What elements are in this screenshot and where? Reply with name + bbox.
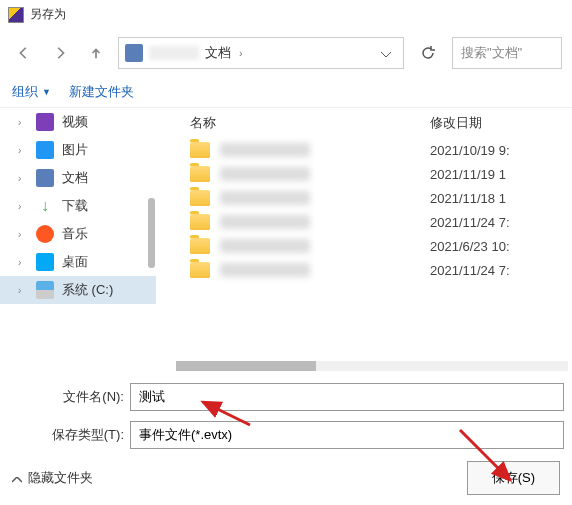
refresh-button[interactable] <box>412 37 444 69</box>
download-icon: ↓ <box>36 197 54 215</box>
forward-button[interactable] <box>46 39 74 67</box>
chevron-right-icon[interactable]: › <box>18 285 28 296</box>
file-list: 名称 修改日期 2021/10/19 9: 2021/11/19 1 2021/… <box>156 108 572 373</box>
file-row[interactable]: 2021/11/18 1 <box>156 186 572 210</box>
music-icon <box>36 225 54 243</box>
bottom-bar: 隐藏文件夹 保存(S) <box>0 451 572 505</box>
folder-icon <box>190 166 210 182</box>
chevron-right-icon[interactable]: › <box>239 47 243 59</box>
sidebar-item-music[interactable]: › 音乐 <box>0 220 156 248</box>
breadcrumb-dropdown[interactable] <box>375 44 397 62</box>
navbar: 文档 › 搜索"文档" <box>0 29 572 77</box>
search-input[interactable]: 搜索"文档" <box>452 37 562 69</box>
hide-folders-toggle[interactable]: 隐藏文件夹 <box>12 469 93 487</box>
save-form: 文件名(N): 保存类型(T): 事件文件(*.evtx) <box>0 373 572 449</box>
sidebar-item-video[interactable]: › 视频 <box>0 108 156 136</box>
caret-down-icon: ▼ <box>42 87 51 97</box>
back-button[interactable] <box>10 39 38 67</box>
breadcrumb-segment <box>149 46 199 60</box>
sidebar-label: 视频 <box>62 113 88 131</box>
window-title: 另存为 <box>30 6 66 23</box>
folder-icon <box>190 262 210 278</box>
sidebar-item-documents[interactable]: › 文档 <box>0 164 156 192</box>
main-area: › 视频 › 图片 › 文档 › ↓ 下载 › 音乐 › 桌面 <box>0 108 572 373</box>
sidebar-item-desktop[interactable]: › 桌面 <box>0 248 156 276</box>
sidebar-item-pictures[interactable]: › 图片 <box>0 136 156 164</box>
video-icon <box>36 113 54 131</box>
app-icon <box>8 7 24 23</box>
up-button[interactable] <box>82 39 110 67</box>
filetype-select[interactable]: 事件文件(*.evtx) <box>130 421 564 449</box>
sidebar-item-downloads[interactable]: › ↓ 下载 <box>0 192 156 220</box>
chevron-right-icon[interactable]: › <box>18 117 28 128</box>
file-list-header: 名称 修改日期 <box>156 108 572 138</box>
chevron-up-icon <box>12 471 22 486</box>
col-date[interactable]: 修改日期 <box>430 114 482 132</box>
sidebar-label: 桌面 <box>62 253 88 271</box>
chevron-right-icon[interactable]: › <box>18 257 28 268</box>
breadcrumb-current[interactable]: 文档 <box>205 44 231 62</box>
file-list-hscroll[interactable] <box>176 361 568 371</box>
chevron-right-icon[interactable]: › <box>18 173 28 184</box>
scrollbar-thumb[interactable] <box>176 361 316 371</box>
file-row[interactable]: 2021/6/23 10: <box>156 234 572 258</box>
sidebar-scrollbar[interactable] <box>148 198 155 268</box>
desktop-icon <box>36 253 54 271</box>
filename-label: 文件名(N): <box>38 388 124 406</box>
search-placeholder: 搜索"文档" <box>461 44 522 62</box>
location-icon <box>125 44 143 62</box>
folder-icon <box>190 190 210 206</box>
chevron-right-icon[interactable]: › <box>18 229 28 240</box>
chevron-right-icon[interactable]: › <box>18 201 28 212</box>
pictures-icon <box>36 141 54 159</box>
titlebar: 另存为 <box>0 0 572 29</box>
file-row[interactable]: 2021/11/24 7: <box>156 258 572 282</box>
folder-icon <box>190 142 210 158</box>
col-name[interactable]: 名称 <box>190 114 430 132</box>
file-row[interactable]: 2021/11/19 1 <box>156 162 572 186</box>
filetype-label: 保存类型(T): <box>38 426 124 444</box>
sidebar-label: 系统 (C:) <box>62 281 113 299</box>
folder-icon <box>190 214 210 230</box>
organize-menu[interactable]: 组织 ▼ <box>12 83 51 101</box>
breadcrumb[interactable]: 文档 › <box>118 37 404 69</box>
sidebar-item-drive-c[interactable]: › 系统 (C:) <box>0 276 156 304</box>
save-button[interactable]: 保存(S) <box>467 461 560 495</box>
sidebar-label: 下载 <box>62 197 88 215</box>
documents-icon <box>36 169 54 187</box>
chevron-right-icon[interactable]: › <box>18 145 28 156</box>
file-row[interactable]: 2021/11/24 7: <box>156 210 572 234</box>
file-row[interactable]: 2021/10/19 9: <box>156 138 572 162</box>
folder-icon <box>190 238 210 254</box>
sidebar: › 视频 › 图片 › 文档 › ↓ 下载 › 音乐 › 桌面 <box>0 108 156 373</box>
filename-input[interactable] <box>130 383 564 411</box>
toolbar: 组织 ▼ 新建文件夹 <box>0 77 572 108</box>
sidebar-label: 图片 <box>62 141 88 159</box>
new-folder-button[interactable]: 新建文件夹 <box>69 83 134 101</box>
sidebar-label: 文档 <box>62 169 88 187</box>
drive-icon <box>36 281 54 299</box>
sidebar-label: 音乐 <box>62 225 88 243</box>
